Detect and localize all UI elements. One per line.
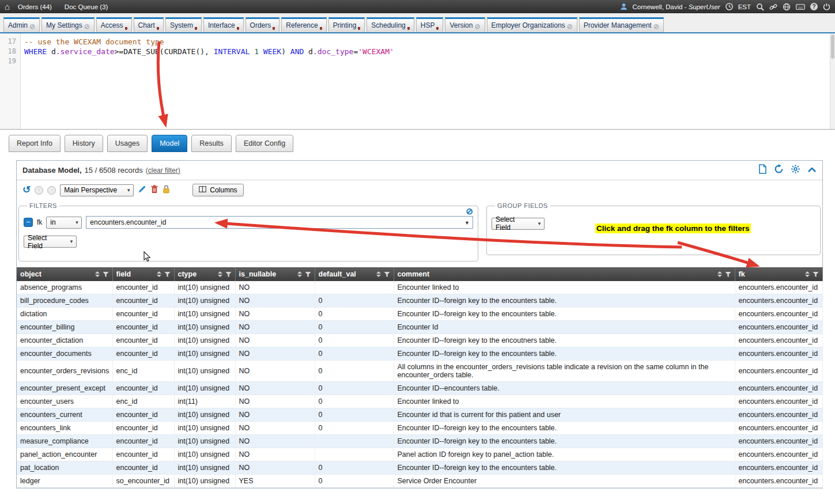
table-row[interactable]: encounter_documentsencounter_idint(10) u… [17,347,822,361]
nav-tab-access[interactable]: Access [96,17,132,32]
timezone-label[interactable]: EST [738,3,751,10]
nav-tab-scheduling[interactable]: Scheduling [367,17,414,32]
lock-icon[interactable] [163,185,170,196]
filter-funnel-icon[interactable] [305,271,311,278]
sort-icon[interactable] [717,271,722,277]
help-icon[interactable]: ? [810,3,818,10]
table-row[interactable]: absence_programsencounter_idint(10) unsi… [17,281,822,294]
table-row[interactable]: encounters_linkencounter_idint(10) unsig… [17,422,822,435]
topbar-link-doc-queue-3-[interactable]: Doc Queue (3) [65,3,108,10]
search-icon[interactable] [756,3,764,11]
nav-tab-provider-management[interactable]: Provider Management⊘ [579,17,664,32]
globe-icon[interactable] [783,3,791,11]
column-header-fk[interactable]: fk [735,267,822,281]
undo-icon[interactable]: ↺ [22,186,31,194]
sort-icon[interactable] [376,271,381,277]
table-row[interactable]: encounter_billingencounter_idint(10) uns… [17,321,822,334]
topbar-link-orders-44-[interactable]: Orders (44) [18,3,52,10]
delete-trash-icon[interactable] [150,185,158,196]
column-header-comment[interactable]: comment [394,267,735,281]
next-perspective-button[interactable]: › [47,186,56,195]
nav-tab-hsp[interactable]: HSP [416,17,444,32]
popout-icon[interactable]: ⊘ [474,24,480,29]
table-row[interactable]: ledgerso_encounter_idint(10) unsignedYES… [17,475,822,488]
table-row[interactable]: measure_complianceencounter_idint(10) un… [17,435,822,448]
home-icon[interactable]: ⌂ [5,2,10,12]
gear-icon[interactable] [791,164,800,176]
clear-filter-link[interactable]: (clear filter) [146,166,180,175]
code-area[interactable]: -- use the WCEXAM document typeWHERE d.s… [21,33,835,129]
nav-tab-admin[interactable]: Admin⊘ [3,17,40,32]
tab-report-info[interactable]: Report Info [9,135,61,152]
columns-button[interactable]: Columns [192,184,243,196]
popout-icon[interactable]: ⊘ [84,24,90,29]
tab-history[interactable]: History [65,135,103,152]
sort-icon[interactable] [95,271,100,277]
table-row[interactable]: bill_procedure_codesencounter_idint(10) … [17,294,822,308]
column-header-ctype[interactable]: ctype [174,267,235,281]
nav-tab-reference[interactable]: Reference [281,17,326,32]
sort-icon[interactable] [805,271,810,277]
filter-funnel-icon[interactable] [813,271,819,278]
cell-is-nullable: NO [235,294,315,308]
column-header-object[interactable]: object [17,267,112,281]
filter-funnel-icon[interactable] [384,271,390,278]
filter-funnel-icon[interactable] [164,271,171,278]
column-header-default-val[interactable]: default_val [315,267,394,281]
clear-filters-icon[interactable]: ⊘ [466,207,473,215]
cell-comment: Encounter ID--foreign key to the encount… [394,461,735,475]
nav-tab-version[interactable]: Version⊘ [445,17,485,32]
column-header-field[interactable]: field [112,267,174,281]
power-icon[interactable] [823,3,830,10]
popout-icon[interactable]: ⊘ [29,24,35,29]
keyboard-icon[interactable] [796,3,805,10]
table-row[interactable]: encounter_orders_revisionsenc_idint(10) … [17,361,822,382]
filter-value-input[interactable] [86,216,473,229]
table-row[interactable]: pat_locationencounter_idint(10) unsigned… [17,461,822,475]
tab-editor-config[interactable]: Editor Config [236,135,293,152]
column-header-is-nullable[interactable]: is_nullable [235,267,315,281]
perspective-select[interactable]: Main Perspective▼ [60,184,134,196]
refresh-icon[interactable] [774,164,784,176]
filter-value-combobox[interactable]: ▼ [86,216,473,229]
filter-funnel-icon[interactable] [225,271,232,278]
document-icon[interactable] [758,164,767,176]
tab-model[interactable]: Model [152,135,187,152]
cell-default-val [315,281,394,294]
nav-tab-interface[interactable]: Interface [203,17,244,32]
filter-operator-select[interactable]: in▼ [46,217,82,229]
group-field-select[interactable]: Select Field▼ [492,218,545,230]
nav-tab-chart[interactable]: Chart [134,17,164,32]
table-row[interactable]: encounter_present_exceptencounter_idint(… [17,382,822,395]
sql-editor[interactable]: 171819 -- use the WCEXAM document typeWH… [0,33,835,130]
tab-usages[interactable]: Usages [107,135,148,152]
prev-perspective-button[interactable]: ‹ [35,186,43,195]
add-filter-field-select[interactable]: Select Field▼ [24,236,77,248]
filter-funnel-icon[interactable] [103,271,109,278]
user-icon [620,3,628,10]
remove-filter-button[interactable]: − [24,218,33,227]
table-row[interactable]: encounters_currentencounter_idint(10) un… [17,408,822,422]
filter-funnel-icon[interactable] [725,271,731,278]
table-row[interactable]: panel_action_encounterencounter_idint(10… [17,448,822,461]
popout-icon[interactable]: ⊘ [567,24,573,29]
nav-tab-my-settings[interactable]: My Settings⊘ [41,17,95,32]
table-row[interactable]: dictationencounter_idint(10) unsignedNO0… [17,308,822,321]
sort-icon[interactable] [297,271,302,277]
popout-icon[interactable]: ⊘ [653,24,659,29]
link-icon[interactable] [769,3,777,11]
sort-icon[interactable] [218,271,222,277]
cell-field: encounter_id [112,448,174,461]
scrollbar-thumb[interactable] [831,35,834,59]
nav-tab-employer-organizations[interactable]: Employer Organizations⊘ [487,17,577,32]
collapse-icon[interactable] [807,165,817,176]
editor-scrollbar[interactable] [830,33,835,129]
table-row[interactable]: encounter_usersenc_idint(11)NO0Encounter… [17,395,822,408]
tab-results[interactable]: Results [191,135,232,152]
table-row[interactable]: encounter_dictationencounter_idint(10) u… [17,334,822,347]
nav-tab-orders[interactable]: Orders [245,17,280,32]
sort-icon[interactable] [157,271,161,277]
edit-pencil-icon[interactable] [138,185,146,196]
nav-tab-printing[interactable]: Printing [328,17,365,32]
nav-tab-system[interactable]: System [165,17,202,32]
